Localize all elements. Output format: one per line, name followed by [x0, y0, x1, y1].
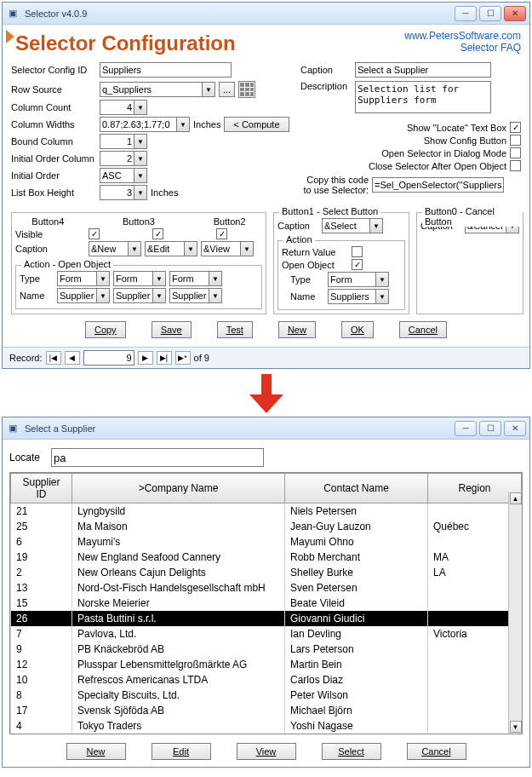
table-row[interactable]: 15Norske MeierierBeate Vileid — [11, 596, 522, 611]
col-contact-name[interactable]: Contact Name — [285, 474, 428, 504]
btn3-caption-dd[interactable]: ▼ — [184, 241, 197, 256]
btn4-visible[interactable]: ✓ — [89, 228, 100, 239]
close-button-2[interactable]: ✕ — [504, 421, 526, 436]
table-row[interactable]: 13Nord-Ost-Fisch Handelsgesellschaft mbH… — [11, 580, 522, 596]
scroll-down-icon[interactable]: ▼ — [510, 721, 522, 733]
btn1-name-dd[interactable]: ▼ — [375, 289, 389, 304]
btn1-caption[interactable] — [322, 218, 369, 233]
nav-new[interactable]: ▶* — [175, 351, 191, 365]
close-after-checkbox[interactable] — [510, 160, 521, 171]
show-locate-checkbox[interactable]: ✓ — [510, 122, 521, 133]
expand-arrow-icon[interactable] — [6, 30, 14, 43]
init-order-input[interactable] — [100, 168, 134, 183]
btn1-name[interactable] — [328, 289, 375, 304]
table-row[interactable]: 8Specialty Biscuits, Ltd.Peter Wilson — [11, 688, 522, 703]
test-button[interactable]: Test — [217, 321, 253, 338]
row-source-grid-button[interactable] — [238, 81, 255, 98]
btn1-caption-dd[interactable]: ▼ — [369, 218, 383, 233]
open-dialog-checkbox[interactable] — [510, 147, 521, 158]
btn2-visible[interactable]: ✓ — [216, 228, 227, 239]
compute-button[interactable]: < Compute — [224, 117, 289, 132]
btn3-name-dd[interactable]: ▼ — [152, 288, 166, 303]
bound-column-dd[interactable]: ▼ — [134, 134, 147, 149]
list-height-dd[interactable]: ▼ — [134, 185, 147, 200]
table-row[interactable]: 7Pavlova, Ltd.Ian DevlingVictoria — [11, 626, 522, 642]
copy-button[interactable]: Copy — [85, 321, 126, 338]
table-row[interactable]: 19New England Seafood CanneryRobb Mercha… — [11, 550, 522, 565]
list-height-input[interactable] — [100, 185, 134, 200]
vertical-scrollbar[interactable]: ▲ ▼ — [508, 492, 522, 734]
btn4-type[interactable] — [57, 271, 96, 286]
faq-link[interactable]: Selector FAQ — [404, 42, 521, 54]
nav-first[interactable]: |◀ — [46, 351, 61, 365]
view-button[interactable]: View — [237, 743, 296, 760]
nav-next[interactable]: ▶ — [138, 351, 153, 365]
minimize-button-2[interactable]: ─ — [455, 421, 477, 436]
btn2-name-dd[interactable]: ▼ — [209, 288, 222, 303]
nav-prev[interactable]: ◀ — [65, 351, 80, 365]
maximize-button[interactable]: ☐ — [479, 6, 501, 21]
show-config-checkbox[interactable] — [510, 135, 521, 146]
table-row[interactable]: 10Refrescos Americanas LTDACarlos Diaz — [11, 672, 522, 688]
minimize-button[interactable]: ─ — [455, 6, 477, 21]
locate-input[interactable] — [51, 448, 264, 467]
close-button[interactable]: ✕ — [504, 6, 526, 21]
website-link[interactable]: www.PetersSoftware.com — [404, 30, 521, 42]
btn3-type-dd[interactable]: ▼ — [152, 271, 166, 286]
description-input[interactable]: Selection list for Suppliers form — [355, 81, 491, 113]
row-source-ellipsis[interactable]: ... — [219, 82, 235, 97]
col-company-name[interactable]: >Company Name — [72, 474, 285, 504]
save-button[interactable]: Save — [152, 321, 192, 338]
table-row[interactable]: 26Pasta Buttini s.r.l.Giovanni Giudici — [11, 611, 522, 626]
cancel-button[interactable]: Cancel — [399, 321, 447, 338]
btn4-caption[interactable] — [89, 241, 128, 256]
init-order-dd[interactable]: ▼ — [134, 168, 147, 183]
bound-column-input[interactable] — [100, 134, 134, 149]
new-button[interactable]: New — [278, 321, 316, 338]
copy-code-input[interactable] — [372, 177, 504, 193]
open-object-checkbox[interactable]: ✓ — [352, 259, 363, 270]
caption-input[interactable] — [355, 62, 491, 78]
btn3-caption[interactable] — [145, 241, 184, 256]
column-widths-input[interactable] — [100, 117, 176, 132]
btn2-caption[interactable] — [201, 241, 240, 256]
nav-last[interactable]: ▶| — [157, 351, 172, 365]
table-row[interactable]: 4Tokyo TradersYoshi Nagase — [11, 718, 522, 734]
btn4-name-dd[interactable]: ▼ — [96, 288, 110, 303]
cancel-button-2[interactable]: Cancel — [407, 743, 466, 760]
btn4-name[interactable] — [57, 288, 96, 303]
btn2-type[interactable] — [169, 271, 209, 286]
btn3-type[interactable] — [113, 271, 152, 286]
btn3-name[interactable] — [113, 288, 152, 303]
btn2-type-dd[interactable]: ▼ — [209, 271, 222, 286]
btn2-name[interactable] — [169, 288, 209, 303]
table-row[interactable]: 12Plusspar Lebensmittelgroßmärkte AGMart… — [11, 657, 522, 672]
btn4-caption-dd[interactable]: ▼ — [128, 241, 141, 256]
btn4-type-dd[interactable]: ▼ — [96, 271, 110, 286]
record-current[interactable] — [83, 350, 134, 365]
table-row[interactable]: 9PB Knäckebröd ABLars Peterson — [11, 642, 522, 657]
table-row[interactable]: 2New Orleans Cajun DelightsShelley Burke… — [11, 565, 522, 580]
table-row[interactable]: 25Ma MaisonJean-Guy LauzonQuébec — [11, 519, 522, 534]
select-button[interactable]: Select — [322, 743, 381, 760]
maximize-button-2[interactable]: ☐ — [479, 421, 501, 436]
btn1-type-dd[interactable]: ▼ — [375, 272, 389, 287]
column-widths-dd[interactable]: ▼ — [176, 117, 190, 132]
ok-button[interactable]: OK — [341, 321, 374, 338]
row-source-dropdown-btn[interactable]: ▼ — [202, 82, 215, 97]
table-row[interactable]: 17Svensk Sjöföda ABMichael Björn — [11, 703, 522, 718]
column-count-dd[interactable]: ▼ — [134, 100, 147, 115]
edit-button[interactable]: Edit — [152, 743, 211, 760]
titlebar[interactable]: ▣ Selector v4.0.9 ─ ☐ ✕ — [3, 3, 529, 25]
table-row[interactable]: 6Mayumi'sMayumi Ohno — [11, 534, 522, 550]
column-count-input[interactable] — [100, 100, 134, 115]
scroll-up-icon[interactable]: ▲ — [510, 492, 522, 504]
btn3-visible[interactable]: ✓ — [152, 228, 163, 239]
col-supplier-id[interactable]: Supplier ID — [11, 474, 72, 504]
row-source-input[interactable] — [100, 82, 202, 97]
table-row[interactable]: 21LyngbysildNiels Petersen — [11, 504, 522, 520]
return-value-checkbox[interactable] — [352, 246, 363, 257]
init-order-col-dd[interactable]: ▼ — [134, 151, 147, 166]
titlebar-2[interactable]: ▣ Select a Supplier ─ ☐ ✕ — [3, 417, 529, 440]
config-id-input[interactable] — [100, 62, 232, 78]
